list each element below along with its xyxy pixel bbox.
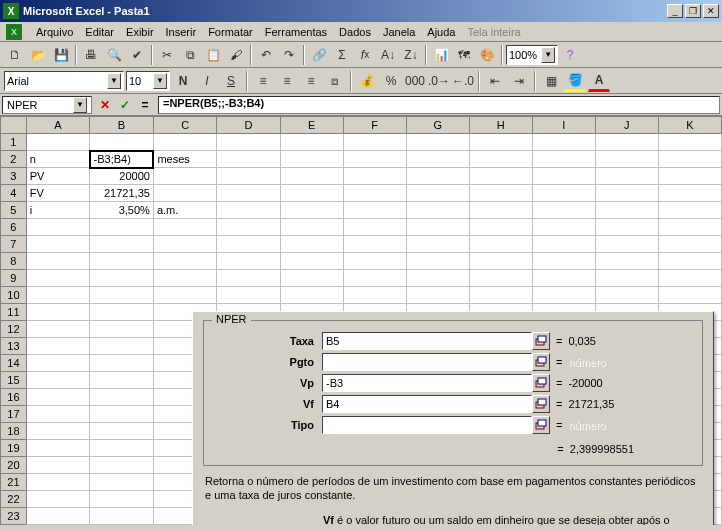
menu-view[interactable]: Exibir	[120, 24, 160, 40]
font-size-combo[interactable]: 10▼	[126, 71, 170, 91]
column-header-C[interactable]: C	[153, 117, 217, 134]
row-header-9[interactable]: 9	[1, 270, 27, 287]
cell-B22[interactable]	[90, 491, 154, 508]
cell-J3[interactable]	[595, 168, 658, 185]
menu-data[interactable]: Dados	[333, 24, 377, 40]
font-combo[interactable]: Arial▼	[4, 71, 124, 91]
cell-G6[interactable]	[406, 219, 469, 236]
cell-A16[interactable]	[26, 389, 89, 406]
cell-K5[interactable]	[658, 202, 721, 219]
cell-H2[interactable]	[469, 151, 532, 168]
cell-G4[interactable]	[406, 185, 469, 202]
cell-A22[interactable]	[26, 491, 89, 508]
cell-D5[interactable]	[217, 202, 280, 219]
hyperlink-icon[interactable]: 🔗	[308, 44, 330, 66]
paste-icon[interactable]: 📋	[202, 44, 224, 66]
chevron-down-icon[interactable]: ▼	[153, 73, 167, 89]
cell-D4[interactable]	[217, 185, 280, 202]
cell-D8[interactable]	[217, 253, 280, 270]
decrease-indent-icon[interactable]: ⇤	[484, 70, 506, 92]
cell-C4[interactable]	[153, 185, 217, 202]
menu-window[interactable]: Janela	[377, 24, 421, 40]
chevron-down-icon[interactable]: ▼	[73, 97, 87, 113]
cut-icon[interactable]: ✂	[156, 44, 178, 66]
cell-B2[interactable]: -B3;B4)	[90, 151, 154, 168]
row-header-15[interactable]: 15	[1, 372, 27, 389]
row-header-8[interactable]: 8	[1, 253, 27, 270]
cell-F3[interactable]	[343, 168, 406, 185]
row-header-18[interactable]: 18	[1, 423, 27, 440]
cell-J6[interactable]	[595, 219, 658, 236]
cell-E1[interactable]	[280, 134, 343, 151]
arg-input-Taxa[interactable]: B5	[322, 332, 532, 350]
arg-input-Tipo[interactable]	[322, 416, 532, 434]
cell-K9[interactable]	[658, 270, 721, 287]
select-all-corner[interactable]	[1, 117, 27, 134]
cell-I5[interactable]	[532, 202, 595, 219]
cell-H5[interactable]	[469, 202, 532, 219]
merge-center-icon[interactable]: ⧈	[324, 70, 346, 92]
refedit-icon[interactable]	[532, 332, 550, 350]
cell-A1[interactable]	[26, 134, 89, 151]
confirm-formula-icon[interactable]: ✓	[116, 96, 134, 114]
cell-C5[interactable]: a.m.	[153, 202, 217, 219]
cell-D9[interactable]	[217, 270, 280, 287]
cell-A3[interactable]: PV	[26, 168, 89, 185]
cell-F7[interactable]	[343, 236, 406, 253]
cell-J10[interactable]	[595, 287, 658, 304]
cell-A7[interactable]	[26, 236, 89, 253]
cell-B20[interactable]	[90, 457, 154, 474]
column-header-A[interactable]: A	[26, 117, 89, 134]
formula-input[interactable]: =NPER(B5;;-B3;B4)	[158, 96, 720, 114]
menu-edit[interactable]: Editar	[79, 24, 120, 40]
cell-J7[interactable]	[595, 236, 658, 253]
map-icon[interactable]: 🗺	[453, 44, 475, 66]
close-button[interactable]: ✕	[703, 4, 719, 18]
cell-B12[interactable]	[90, 321, 154, 338]
cell-G9[interactable]	[406, 270, 469, 287]
bold-icon[interactable]: N	[172, 70, 194, 92]
cell-K8[interactable]	[658, 253, 721, 270]
cell-A17[interactable]	[26, 406, 89, 423]
cancel-formula-icon[interactable]: ✕	[96, 96, 114, 114]
new-icon[interactable]: 🗋	[4, 44, 26, 66]
cell-E3[interactable]	[280, 168, 343, 185]
cell-B21[interactable]	[90, 474, 154, 491]
spelling-icon[interactable]: ✔	[126, 44, 148, 66]
cell-F5[interactable]	[343, 202, 406, 219]
cell-J1[interactable]	[595, 134, 658, 151]
cell-G5[interactable]	[406, 202, 469, 219]
row-header-1[interactable]: 1	[1, 134, 27, 151]
minimize-button[interactable]: _	[667, 4, 683, 18]
maximize-button[interactable]: ❐	[685, 4, 701, 18]
cell-I10[interactable]	[532, 287, 595, 304]
cell-D1[interactable]	[217, 134, 280, 151]
cell-A10[interactable]	[26, 287, 89, 304]
cell-F4[interactable]	[343, 185, 406, 202]
cell-D6[interactable]	[217, 219, 280, 236]
column-header-I[interactable]: I	[532, 117, 595, 134]
equals-icon[interactable]: =	[136, 96, 154, 114]
cell-A12[interactable]	[26, 321, 89, 338]
cell-B7[interactable]	[90, 236, 154, 253]
cell-K2[interactable]	[658, 151, 721, 168]
chevron-down-icon[interactable]: ▼	[541, 47, 555, 63]
row-header-7[interactable]: 7	[1, 236, 27, 253]
cell-A19[interactable]	[26, 440, 89, 457]
align-left-icon[interactable]: ≡	[252, 70, 274, 92]
row-header-21[interactable]: 21	[1, 474, 27, 491]
cell-J9[interactable]	[595, 270, 658, 287]
cell-B4[interactable]: 21721,35	[90, 185, 154, 202]
cell-A13[interactable]	[26, 338, 89, 355]
cell-B3[interactable]: 20000	[90, 168, 154, 185]
cell-F2[interactable]	[343, 151, 406, 168]
cell-C1[interactable]	[153, 134, 217, 151]
cell-F9[interactable]	[343, 270, 406, 287]
cell-A15[interactable]	[26, 372, 89, 389]
cell-K1[interactable]	[658, 134, 721, 151]
column-header-F[interactable]: F	[343, 117, 406, 134]
cell-H10[interactable]	[469, 287, 532, 304]
cell-A4[interactable]: FV	[26, 185, 89, 202]
column-header-J[interactable]: J	[595, 117, 658, 134]
print-preview-icon[interactable]: 🔍	[103, 44, 125, 66]
